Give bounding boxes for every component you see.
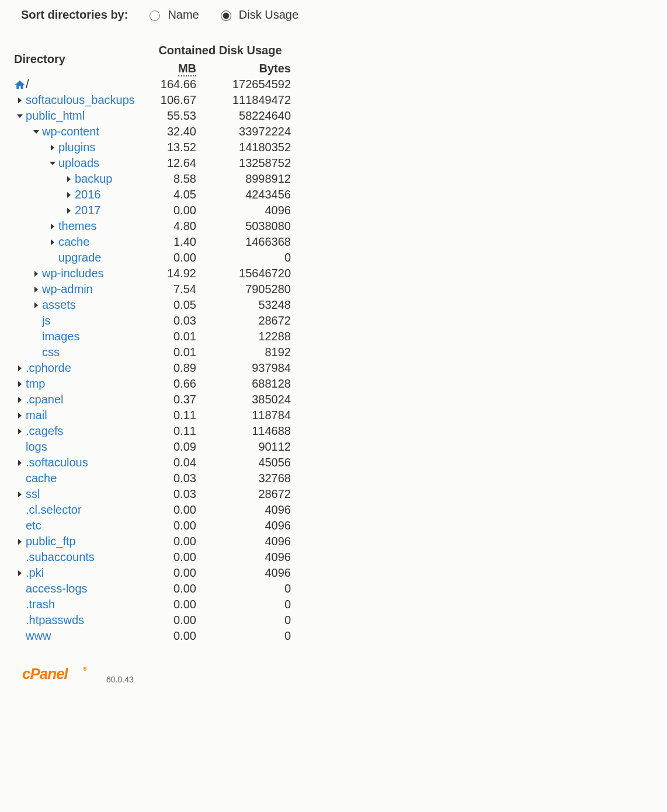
mb-value: 0.00 — [146, 203, 200, 218]
directory-link[interactable]: access-logs — [26, 581, 88, 597]
home-icon[interactable] — [14, 79, 26, 90]
mb-value: 0.00 — [146, 250, 200, 266]
chevron-right-icon[interactable] — [14, 396, 26, 404]
directory-link[interactable]: mail — [26, 407, 47, 423]
directory-link[interactable]: logs — [26, 439, 47, 455]
mb-value: 1.40 — [146, 234, 200, 250]
directory-link[interactable]: wp-admin — [42, 281, 93, 297]
bytes-value: 0 — [200, 628, 294, 644]
directory-cell: wp-content — [11, 124, 146, 140]
directory-cell: themes — [11, 218, 146, 234]
bytes-value: 8998912 — [200, 171, 294, 187]
chevron-right-icon[interactable] — [14, 364, 26, 372]
directory-cell: .trash — [11, 597, 146, 612]
chevron-right-icon[interactable] — [14, 412, 26, 420]
directory-link[interactable]: .htpasswds — [26, 612, 84, 628]
bytes-value: 0 — [200, 581, 294, 597]
directory-cell: .subaccounts — [11, 549, 146, 565]
chevron-right-icon[interactable] — [63, 191, 75, 199]
chevron-right-icon[interactable] — [14, 427, 26, 435]
chevron-right-icon[interactable] — [63, 207, 75, 215]
directory-link[interactable]: wp-includes — [42, 266, 104, 281]
directory-link[interactable]: public_ftp — [26, 534, 76, 549]
chevron-down-icon[interactable] — [47, 159, 58, 168]
sort-radio-disk-usage[interactable] — [221, 11, 231, 21]
directory-link[interactable]: plugins — [58, 140, 95, 155]
bytes-value: 4096 — [200, 565, 294, 581]
mb-value: 0.00 — [146, 581, 200, 597]
chevron-down-icon[interactable] — [30, 128, 42, 136]
chevron-right-icon[interactable] — [47, 222, 58, 231]
chevron-right-icon[interactable] — [14, 538, 26, 546]
directory-link[interactable]: cache — [26, 471, 57, 486]
directory-link[interactable]: .cagefs — [26, 423, 63, 439]
mb-value: 32.40 — [146, 124, 200, 140]
directory-link[interactable]: 2017 — [75, 203, 101, 218]
directory-link[interactable]: .subaccounts — [26, 549, 95, 565]
chevron-right-icon[interactable] — [47, 238, 58, 246]
directory-link[interactable]: .cl.selector — [26, 502, 82, 518]
directory-cell: cache — [11, 234, 146, 250]
directory-link[interactable]: tmp — [26, 376, 45, 392]
directory-link[interactable]: etc — [26, 518, 41, 534]
chevron-right-icon[interactable] — [30, 301, 42, 309]
chevron-right-icon[interactable] — [14, 490, 26, 499]
directory-link[interactable]: 2016 — [75, 187, 101, 203]
mb-value: 0.00 — [146, 628, 200, 644]
chevron-down-icon[interactable] — [14, 112, 26, 120]
directory-cell: .pki — [11, 565, 146, 581]
directory-link[interactable]: ssl — [26, 486, 40, 502]
mb-value: 4.80 — [146, 218, 200, 234]
chevron-right-icon[interactable] — [30, 285, 42, 294]
chevron-right-icon[interactable] — [14, 96, 26, 104]
directory-link[interactable]: www — [26, 628, 51, 644]
directory-link[interactable]: wp-content — [42, 124, 99, 140]
directory-link[interactable]: uploads — [58, 155, 99, 171]
directory-link[interactable]: upgrade — [58, 250, 101, 266]
mb-value: 14.92 — [146, 266, 200, 281]
root-slash: / — [26, 76, 29, 92]
chevron-right-icon[interactable] — [30, 270, 42, 278]
directory-link[interactable]: .pki — [26, 565, 44, 581]
directory-link[interactable]: images — [42, 329, 79, 344]
directory-link[interactable]: themes — [58, 218, 97, 234]
mb-value: 4.05 — [146, 187, 200, 203]
bytes-value: 33972224 — [200, 124, 294, 140]
directory-link[interactable]: cache — [58, 234, 89, 250]
chevron-right-icon[interactable] — [47, 144, 58, 152]
directory-cell: .softaculous — [11, 455, 146, 471]
directory-link[interactable]: .cphorde — [26, 360, 71, 376]
table-row: public_html55.5358224640 — [11, 108, 294, 124]
bytes-value: 4096 — [200, 502, 294, 518]
table-row: images0.0112288 — [11, 329, 294, 344]
directory-link[interactable]: .cpanel — [26, 392, 64, 407]
bytes-value: 4096 — [200, 203, 294, 218]
directory-link[interactable]: .softaculous — [26, 455, 88, 471]
sort-option-disk-usage-label: Disk Usage — [239, 8, 298, 22]
sort-option-disk-usage[interactable]: Disk Usage — [218, 8, 298, 22]
chevron-right-icon[interactable] — [63, 175, 75, 183]
directory-link[interactable]: backup — [75, 171, 113, 187]
svg-text:cPanel: cPanel — [22, 665, 69, 682]
chevron-right-icon[interactable] — [14, 380, 26, 388]
directory-cell: 2017 — [11, 203, 146, 218]
directory-link[interactable]: assets — [42, 297, 76, 313]
chevron-right-icon[interactable] — [14, 459, 26, 467]
directory-link[interactable]: public_html — [26, 108, 85, 124]
mb-value: 55.53 — [146, 108, 200, 124]
mb-value: 8.58 — [146, 171, 200, 187]
directory-link[interactable]: js — [42, 313, 50, 329]
sort-option-name[interactable]: Name — [147, 8, 199, 22]
table-row: .cpanel0.37385024 — [11, 392, 294, 407]
bytes-value: 118784 — [200, 407, 294, 423]
table-row: www0.000 — [11, 628, 294, 644]
directory-link[interactable]: softaculous_backups — [26, 92, 135, 108]
sort-radio-name[interactable] — [150, 11, 160, 21]
chevron-right-icon[interactable] — [14, 569, 26, 577]
table-row: wp-includes14.9215646720 — [11, 266, 294, 281]
footer: cPanel ® 60.0.43 — [22, 665, 656, 686]
directory-link[interactable]: .trash — [26, 597, 55, 612]
bytes-value: 28672 — [200, 486, 294, 502]
table-row: js0.0328672 — [11, 313, 294, 329]
directory-link[interactable]: css — [42, 344, 60, 360]
